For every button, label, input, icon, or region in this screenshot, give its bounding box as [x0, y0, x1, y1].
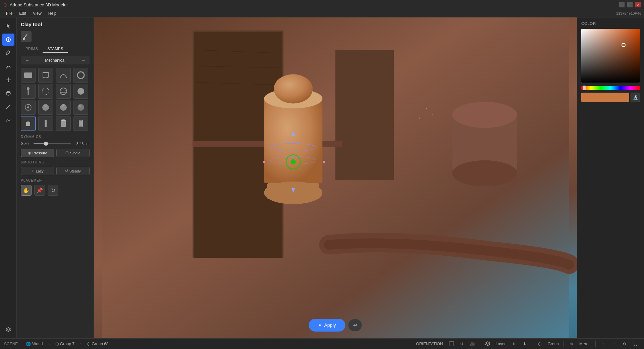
stamp-sphere-dotted[interactable]	[38, 84, 53, 99]
fullscreen-button[interactable]: ⛶	[631, 339, 640, 349]
group-icon-btn[interactable]: ⬡	[535, 339, 544, 349]
camera-button[interactable]: 🎥	[468, 339, 477, 349]
stamp-sphere-solid[interactable]	[73, 84, 88, 99]
category-prev[interactable]: ←	[23, 58, 31, 63]
apply-button[interactable]: ✦ Apply	[309, 319, 345, 332]
svg-point-10	[42, 88, 49, 95]
statusbar-right: ORIENTATION ↺ 🎥 Layer ⬆ ⬇ ⬡ Group ⊕ Merg…	[414, 339, 640, 349]
stamp-nail[interactable]	[21, 84, 36, 99]
svg-rect-45	[452, 115, 517, 173]
sculpt-tool[interactable]	[2, 60, 14, 72]
stamp-cylinder-wavy[interactable]	[73, 116, 88, 131]
select-tool[interactable]	[2, 20, 14, 32]
merge-icon-btn[interactable]: ⊕	[567, 339, 576, 349]
undo-button[interactable]: ↩	[348, 319, 362, 332]
stamp-circle-dots[interactable]	[21, 100, 36, 115]
stamp-cup[interactable]	[38, 68, 53, 83]
mask-tool[interactable]	[2, 87, 14, 99]
place-stamp[interactable]: 📌	[34, 185, 45, 196]
viewport[interactable]: ✦ Apply ↩	[94, 17, 577, 338]
stamp-ring[interactable]	[73, 68, 88, 83]
size-slider[interactable]	[34, 143, 71, 144]
placement-title: PLACEMENT	[21, 179, 90, 182]
group7-label: Group 7	[60, 342, 74, 346]
placement-row: ✋ 📌 ↻	[21, 185, 90, 196]
reset-orientation-button[interactable]: ↺	[457, 339, 467, 349]
paint-tool[interactable]	[2, 47, 14, 59]
smooth-tool[interactable]	[2, 114, 14, 126]
statusbar-group7[interactable]: ⬡ Group 7	[53, 341, 77, 347]
statusbar-group68[interactable]: ⬡ Group 68	[84, 341, 111, 347]
stamp-cylinder-box[interactable]	[56, 116, 71, 131]
titlebar-left: ⬡ Adobe Substance 3D Modeler	[3, 2, 68, 7]
category-next[interactable]: →	[79, 58, 87, 63]
eyedropper-button[interactable]: 🔬	[631, 93, 640, 102]
subtract-button[interactable]: －	[609, 339, 619, 349]
svg-point-12	[60, 90, 67, 93]
export-button[interactable]: ⬆	[509, 339, 519, 349]
lazy-button[interactable]: ⊙ Lazy	[21, 167, 54, 175]
maximize-button[interactable]: □	[627, 2, 633, 7]
stamp-sphere-cracked[interactable]	[56, 100, 71, 115]
layer-tool[interactable]	[2, 323, 14, 336]
brush-icon-display	[21, 31, 32, 42]
size-value: 3.48 cm	[73, 142, 90, 146]
layer-icon-btn[interactable]	[483, 339, 492, 349]
svg-point-35	[264, 182, 322, 204]
svg-point-40	[270, 156, 316, 164]
svg-point-19	[79, 105, 81, 107]
orientation-cube-button[interactable]	[446, 339, 456, 349]
titlebar-controls[interactable]: ─ □ ✕	[619, 2, 641, 7]
import-button[interactable]: ⬇	[520, 339, 529, 349]
svg-point-38	[290, 159, 296, 164]
stamp-sphere-ring[interactable]	[56, 84, 71, 99]
stamp-sphere-smooth[interactable]	[73, 100, 88, 115]
settings-button[interactable]: ⚙	[620, 339, 629, 349]
menu-file[interactable]: File	[3, 10, 16, 16]
svg-rect-21	[61, 120, 66, 127]
tab-row: PRIMS STAMPS	[21, 45, 90, 53]
steady-button[interactable]: ↺ Steady	[56, 167, 90, 175]
svg-point-15	[27, 106, 29, 108]
svg-rect-52	[449, 342, 453, 346]
world-label: World	[32, 342, 43, 346]
add-button[interactable]: ＋	[598, 339, 608, 349]
svg-marker-41	[291, 131, 295, 136]
svg-point-9	[27, 87, 30, 90]
minimize-button[interactable]: ─	[619, 2, 625, 7]
group68-icon: ⬡	[87, 342, 90, 346]
place-rotate[interactable]: ↻	[48, 185, 58, 196]
statusbar-world[interactable]: 🌐 World	[23, 341, 45, 347]
tab-prims[interactable]: PRIMS	[21, 45, 43, 53]
stamp-cylinder-thin[interactable]	[38, 116, 53, 131]
main-layout: Clay tool PRIMS STAMPS ← Mechanical →	[0, 17, 644, 338]
color-picker[interactable]	[581, 29, 640, 83]
close-button[interactable]: ✕	[635, 2, 641, 7]
line-tool[interactable]	[2, 101, 14, 113]
menu-view[interactable]: View	[30, 10, 45, 16]
transform-tool[interactable]	[2, 74, 14, 86]
stamp-arc[interactable]	[56, 68, 71, 83]
lazy-icon: ⊙	[32, 169, 35, 173]
dynamics-title: DYNAMICS	[21, 135, 90, 139]
place-surface[interactable]: ✋	[21, 185, 32, 196]
stamp-cup-small[interactable]	[21, 116, 36, 131]
hue-bar[interactable]	[581, 86, 640, 90]
svg-marker-2	[8, 78, 9, 79]
menu-edit[interactable]: Edit	[16, 10, 30, 16]
tab-stamps[interactable]: STAMPS	[43, 45, 68, 53]
svg-point-7	[77, 72, 84, 79]
svg-line-26	[196, 50, 280, 53]
stamp-flat-rect[interactable]	[21, 68, 36, 83]
clay-tool[interactable]	[2, 34, 14, 46]
smoothing-title: SMOOTHING	[21, 160, 90, 164]
app-icon: ⬡	[3, 2, 7, 7]
svg-point-49	[432, 114, 433, 115]
stamp-sphere-bumped[interactable]	[38, 100, 53, 115]
stamp-grid	[21, 68, 90, 131]
divider2: ›	[80, 341, 82, 347]
menu-help[interactable]: Help	[45, 10, 60, 16]
svg-point-31	[264, 131, 322, 151]
pressure-button[interactable]: ◎ Pressure	[21, 149, 54, 157]
single-button[interactable]: ⬡ Single	[56, 149, 90, 157]
